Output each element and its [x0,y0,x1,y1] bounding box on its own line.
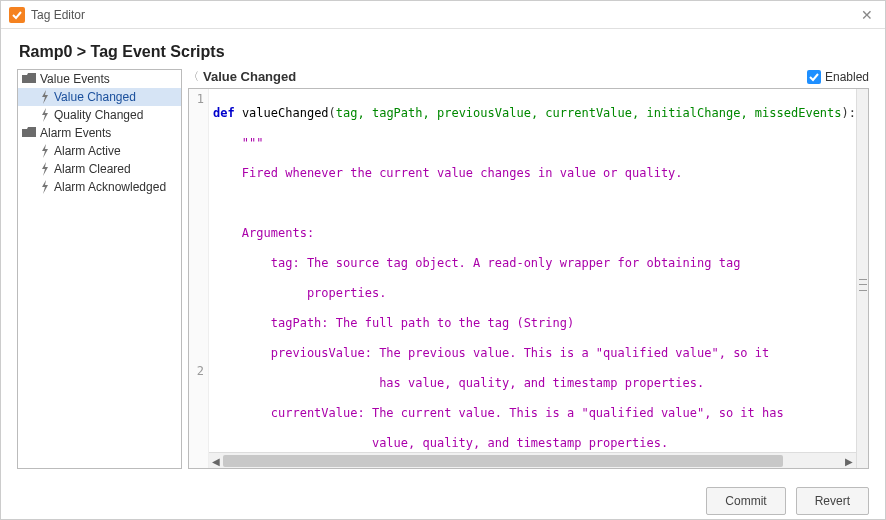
tree-item-quality-changed[interactable]: Quality Changed [18,106,181,124]
scroll-right-icon[interactable]: ▶ [842,453,856,469]
tree-item-label: Alarm Cleared [54,162,131,176]
back-icon[interactable]: 〈 [188,69,199,84]
tree-group-text: Alarm Events [40,126,111,140]
tree-group-text: Value Events [40,72,110,86]
tree-item-label: Value Changed [54,90,136,104]
tree-group-value-events: Value Events Value Changed Quality Chang… [18,70,181,124]
window-title: Tag Editor [31,8,857,22]
tree-item-label: Alarm Active [54,144,121,158]
tree-item-alarm-active[interactable]: Alarm Active [18,142,181,160]
token-paren: ( [329,106,336,120]
vertical-scrollbar[interactable] [856,89,868,468]
token-docstring: """ [213,136,264,150]
app-icon [9,7,25,23]
token-docstring: properties. [213,286,386,300]
code-text[interactable]: def valueChanged(tag, tagPath, previousV… [209,89,856,468]
revert-button[interactable]: Revert [796,487,869,515]
token-docstring: tag: The source tag object. A read-only … [213,256,740,270]
event-tree[interactable]: Value Events Value Changed Quality Chang… [17,69,182,469]
close-icon[interactable]: ✕ [857,7,877,23]
gutter-blank [189,331,204,347]
token-args: tag, tagPath, previousValue, currentValu… [336,106,842,120]
gutter-blank [189,139,204,155]
gutter-blank [189,299,204,315]
scroll-left-icon[interactable]: ◀ [209,453,223,469]
token-docstring: Fired whenever the current value changes… [213,166,683,180]
token-fn: valueChanged [235,106,329,120]
bolt-icon [40,90,50,104]
gutter-blank [189,107,204,123]
tree-item-value-changed[interactable]: Value Changed [18,88,181,106]
main-area: Value Events Value Changed Quality Chang… [1,69,885,479]
tree-item-alarm-cleared[interactable]: Alarm Cleared [18,160,181,178]
gutter-blank [189,315,204,331]
gutter-blank [189,283,204,299]
tree-group-label[interactable]: Alarm Events [18,124,181,142]
token-docstring: tagPath: The full path to the tag (Strin… [213,316,574,330]
scroll-grip-icon [859,279,867,291]
tree-item-label: Quality Changed [54,108,143,122]
gutter-blank [189,187,204,203]
gutter-blank [189,123,204,139]
enabled-label: Enabled [825,70,869,84]
gutter-blank [189,235,204,251]
bolt-icon [40,180,50,194]
editor-header: 〈 Value Changed Enabled [188,69,869,88]
checkbox-icon [807,70,821,84]
token-docstring: has value, quality, and timestamp proper… [213,376,704,390]
tree-group-label[interactable]: Value Events [18,70,181,88]
token-docstring: value, quality, and timestamp properties… [213,436,668,450]
gutter-blank [189,155,204,171]
commit-button[interactable]: Commit [706,487,785,515]
bolt-icon [40,162,50,176]
breadcrumb: Ramp0 > Tag Event Scripts [1,29,885,69]
code-editor[interactable]: 1 2 def valueChanged(tag, tagPath, [188,88,869,469]
dialog-footer: Commit Revert [1,479,885,520]
folder-icon [22,127,36,139]
token-docstring: Arguments: [213,226,314,240]
editor-title: Value Changed [203,69,807,84]
token-keyword: def [213,106,235,120]
bolt-icon [40,144,50,158]
gutter-blank [189,219,204,235]
token-paren: ): [842,106,856,120]
gutter-blank [189,171,204,187]
gutter-line: 2 [189,363,204,379]
gutter-blank [189,203,204,219]
token-docstring: previousValue: The previous value. This … [213,346,769,360]
folder-icon [22,73,36,85]
gutter-blank [189,251,204,267]
gutter-blank [189,347,204,363]
tree-group-alarm-events: Alarm Events Alarm Active Alarm Cleared … [18,124,181,196]
gutter-line: 1 [189,91,204,107]
enabled-checkbox[interactable]: Enabled [807,70,869,84]
horizontal-scrollbar[interactable]: ◀ ▶ [209,452,856,468]
titlebar: Tag Editor ✕ [1,1,885,29]
editor-panel: 〈 Value Changed Enabled 1 [188,69,869,469]
tree-item-label: Alarm Acknowledged [54,180,166,194]
token-docstring: currentValue: The current value. This is… [213,406,784,420]
tree-item-alarm-acknowledged[interactable]: Alarm Acknowledged [18,178,181,196]
scroll-thumb[interactable] [223,455,783,467]
gutter-blank [189,267,204,283]
line-gutter: 1 2 [189,89,209,468]
bolt-icon [40,108,50,122]
